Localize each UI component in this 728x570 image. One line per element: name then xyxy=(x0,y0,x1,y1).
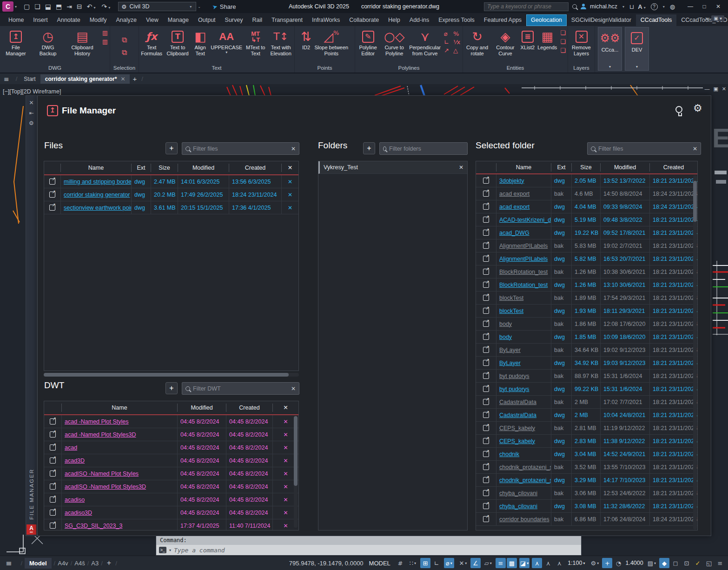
selected-file-row[interactable]: body dwg 1.85 MB 10:09 18/6/2020 18:21 2… xyxy=(476,331,697,344)
status-toggle-icon[interactable]: ≡ xyxy=(496,558,506,568)
open-external-icon[interactable] xyxy=(50,484,56,490)
col-ext[interactable]: Ext xyxy=(132,164,151,172)
open-external-icon[interactable] xyxy=(483,204,489,210)
autodesk-store-icon[interactable]: A▾ xyxy=(638,3,647,10)
status-toggle-icon[interactable]: ∟ xyxy=(431,558,442,568)
status-toggle-icon[interactable]: # xyxy=(395,558,405,568)
dwt-name-link[interactable]: acad3D xyxy=(62,454,178,467)
file-name-link[interactable]: AlignmentPILabels xyxy=(496,239,551,252)
col-created[interactable]: Created xyxy=(229,164,282,172)
status-toggle-icon[interactable]: ▩ xyxy=(507,558,517,568)
file-name-link[interactable]: corridor boundaries xyxy=(496,513,551,525)
ribbon-tab[interactable]: Modify xyxy=(85,14,112,26)
open-external-icon[interactable] xyxy=(483,464,489,470)
open-external-icon[interactable] xyxy=(50,418,56,424)
add-file-button[interactable]: + xyxy=(165,142,178,154)
remove-layers-button[interactable]: ✕ Remove Layers xyxy=(568,28,595,57)
ribbon-tab[interactable]: Help xyxy=(384,14,405,26)
status-toggle-icon[interactable]: ◔ xyxy=(613,558,623,568)
selected-file-row[interactable]: acad export bak 4.6 MB 14:50 8/8/2024 18… xyxy=(476,187,697,200)
selected-file-row[interactable]: CEPS_kabely bak 2.81 MB 11:19 9/12/2022 … xyxy=(476,422,697,435)
ribbon-display-toggle[interactable]: ▣ ▾ xyxy=(711,15,724,21)
dwt-row[interactable]: acad -Named Plot Styles3D 04:45 8/2/2024… xyxy=(44,428,298,441)
file-name-link[interactable]: BlockRotation_test xyxy=(496,278,551,291)
status-toggle-icon[interactable]: ∷ xyxy=(408,558,418,568)
keyword-search-input[interactable] xyxy=(484,2,569,11)
file-name-link[interactable]: body xyxy=(496,331,551,343)
xlist2-button[interactable]: ≡ XList2 xyxy=(519,28,536,52)
help-caret[interactable]: ▾ xyxy=(663,5,665,9)
open-external-icon[interactable] xyxy=(483,230,489,236)
ribbon-tab[interactable]: Featured Apps xyxy=(479,14,526,26)
dwt-row[interactable]: acadiso3D 04:45 8/2/2024 04:45 8/2/2024 … xyxy=(44,506,298,519)
file-name-link[interactable]: ACAD-testKrizeni_dv xyxy=(496,213,551,226)
ribbon-tab[interactable]: SGCivilDesignValidator xyxy=(567,14,636,26)
open-external-icon[interactable] xyxy=(483,321,489,327)
open-external-icon[interactable] xyxy=(483,282,489,288)
selected-vertical-scrollbar[interactable] xyxy=(693,175,697,530)
remove-file-icon[interactable]: ✕ xyxy=(282,175,298,188)
app-store-cart-icon[interactable]: ⊔ xyxy=(629,3,634,10)
palette-properties-icon[interactable]: ⚙ xyxy=(29,120,34,126)
open-external-icon[interactable] xyxy=(483,269,489,275)
command-prompt-icon[interactable]: >_ xyxy=(159,547,166,553)
file-name-link[interactable]: body xyxy=(496,318,551,330)
status-toggle-icon[interactable]: ⋏ xyxy=(532,558,542,568)
file-name-link[interactable]: sectionview earthwork poin xyxy=(61,201,132,214)
open-external-icon[interactable] xyxy=(50,457,56,464)
status-toggle-icon[interactable]: + xyxy=(602,558,612,568)
file-name-link[interactable]: CadastralData xyxy=(496,396,551,408)
doc-tabs-menu-icon[interactable]: ≡ xyxy=(4,75,9,83)
open-external-icon[interactable] xyxy=(483,386,489,392)
col-size[interactable]: Size xyxy=(151,164,178,172)
status-toggle-icon[interactable]: ◆ xyxy=(659,558,669,568)
open-external-icon[interactable] xyxy=(483,438,489,444)
status-toggle-icon[interactable]: ◻ xyxy=(670,558,681,568)
viewport-minimize-icon[interactable]: — xyxy=(704,86,709,92)
status-toggle-icon[interactable]: ⊞ xyxy=(420,558,430,568)
ribbon-tab[interactable]: Insert xyxy=(28,14,52,26)
selected-file-row[interactable]: BlockRotation_test dwg 1.26 MB 13:10 30/… xyxy=(476,278,697,292)
palette-settings-gear-icon[interactable]: ⚙ xyxy=(693,102,702,114)
selected-file-row[interactable]: ByLayer dwg 34.92 KB 19:03 9/12/2023 18:… xyxy=(476,357,697,370)
col-modified[interactable]: Modified xyxy=(601,163,650,172)
open-external-icon[interactable] xyxy=(483,477,489,483)
status-toggle-icon[interactable]: ⌀ xyxy=(444,558,454,568)
dev-panel-button[interactable]: ✓ DEV ▾ xyxy=(625,27,649,71)
open-external-icon[interactable] xyxy=(483,516,489,522)
open-external-icon[interactable] xyxy=(50,471,56,477)
measure-icon[interactable]: ⌀ xyxy=(444,31,451,37)
folders-filter-input[interactable] xyxy=(389,146,464,152)
status-toggle-icon[interactable]: ▨ xyxy=(647,558,657,568)
model-space-indicator[interactable]: MODEL xyxy=(369,560,390,567)
redo-icon[interactable]: ↷▾ xyxy=(102,3,112,10)
dwt-row[interactable]: acadISO -Named Plot Styles3D 04:45 8/2/2… xyxy=(44,480,298,493)
open-external-icon[interactable] xyxy=(483,295,489,301)
undo-icon[interactable]: ↶▾ xyxy=(87,3,97,10)
command-input-row[interactable]: >_ ▾ Type a command xyxy=(156,545,581,555)
file-name-link[interactable]: CEPS_kabely xyxy=(496,422,551,434)
ribbon-tab[interactable]: CCcadTools xyxy=(636,14,676,26)
file-name-link[interactable]: AlignmentPILabels xyxy=(496,252,551,265)
folder-item[interactable]: Vykresy_Test ✕ xyxy=(318,161,467,174)
palette-pin-icon[interactable]: ⇤ xyxy=(29,110,33,116)
file-name-link[interactable]: chodnik xyxy=(496,448,551,460)
close-tab-icon[interactable]: ✕ xyxy=(120,76,125,82)
dwt-name-link[interactable]: acad -Named Plot Styles3D xyxy=(62,428,178,441)
file-name-link[interactable]: acad export xyxy=(496,187,551,200)
remove-file-icon[interactable]: ✕ xyxy=(282,188,298,201)
angle-square-icon[interactable]: ∟ xyxy=(444,39,451,45)
selected-file-row[interactable]: AlignmentPILabels bak 5.83 MB 19:02 2/7/… xyxy=(476,239,697,252)
selected-file-row[interactable]: ACAD-testKrizeni_dv dwg 5.19 MB 09:48 3/… xyxy=(476,213,697,226)
ribbon-tab[interactable]: Collaborate xyxy=(344,14,384,26)
open-external-icon[interactable] xyxy=(50,523,56,529)
diagonal-arrow-icon[interactable]: ↗ xyxy=(444,47,451,53)
app-menu-caret[interactable]: ▾ xyxy=(15,5,17,9)
open-external-icon[interactable] xyxy=(483,373,489,379)
layout-tab[interactable]: A4v xyxy=(58,560,68,567)
id2-button[interactable]: ⇅ ID2 xyxy=(299,28,313,52)
open-external-icon[interactable] xyxy=(483,334,489,340)
remove-folder-icon[interactable]: ✕ xyxy=(459,164,463,171)
feedback-icon[interactable]: ◍ xyxy=(670,3,675,10)
command-flyout-caret[interactable]: ▾ xyxy=(169,548,171,552)
